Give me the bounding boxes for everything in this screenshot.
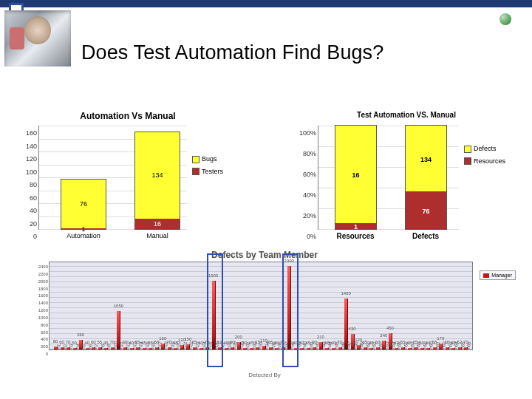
chart3-title: Defects by Team Member: [13, 250, 516, 260]
chart-defects-by-team-member: Defects by Team Member 02004006008001000…: [13, 250, 516, 378]
chart3-legend: Manager: [480, 270, 516, 280]
chart3-plot: 0200400600800100012001400160018002000220…: [49, 262, 473, 350]
robot-image: [4, 10, 71, 66]
corner-orb-icon: [499, 13, 511, 25]
chart-automation-vs-manual-pct: Test Automation VS. Manual 0%20%40%60%80…: [288, 111, 525, 244]
chart3-xlabel: Detected By: [13, 372, 516, 378]
chart2-legend: Defects Resources: [464, 145, 505, 165]
chart2-plot: 0%20%40%60%80%100%161Resources13476Defec…: [318, 126, 459, 230]
page-title: Does Test Automation Find Bugs?: [81, 41, 383, 64]
chart-automation-vs-manual: Automation Vs Manual 0204060801001201401…: [13, 111, 242, 244]
chart2-title: Test Automation VS. Manual: [288, 111, 525, 119]
chart1-legend: Bugs Testers: [192, 155, 223, 175]
chart1-title: Automation Vs Manual: [13, 111, 242, 121]
chart1-plot: 020406080100120140160761Automation13416M…: [38, 126, 187, 230]
